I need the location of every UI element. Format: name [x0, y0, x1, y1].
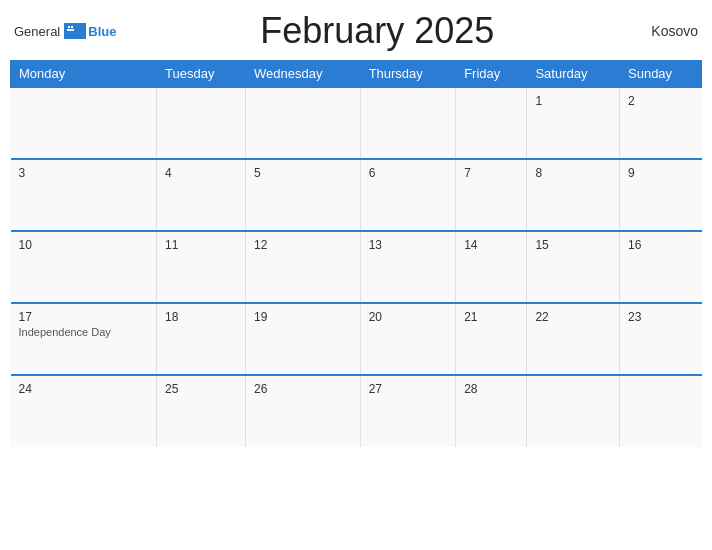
day-cell: 24: [11, 375, 157, 447]
day-cell: 3: [11, 159, 157, 231]
day-number: 1: [535, 94, 611, 108]
day-number: 3: [19, 166, 149, 180]
day-number: 2: [628, 94, 694, 108]
day-cell: [11, 87, 157, 159]
logo-flag-icon: [64, 23, 86, 39]
day-cell: 18: [157, 303, 246, 375]
country-label: Kosovo: [638, 23, 698, 39]
day-cell: 1: [527, 87, 620, 159]
weekday-header-wednesday: Wednesday: [246, 61, 361, 88]
day-cell: 14: [456, 231, 527, 303]
day-cell: [246, 87, 361, 159]
day-number: 27: [369, 382, 448, 396]
day-number: 24: [19, 382, 149, 396]
week-row-2: 3456789: [11, 159, 702, 231]
calendar-title: February 2025: [116, 10, 638, 52]
day-number: 12: [254, 238, 352, 252]
calendar-header: General Blue February 2025 Kosovo: [10, 10, 702, 52]
day-cell: 10: [11, 231, 157, 303]
weekday-header-tuesday: Tuesday: [157, 61, 246, 88]
day-number: 28: [464, 382, 518, 396]
day-cell: 8: [527, 159, 620, 231]
day-cell: [620, 375, 702, 447]
day-cell: 9: [620, 159, 702, 231]
week-row-1: 12: [11, 87, 702, 159]
week-row-4: 17Independence Day181920212223: [11, 303, 702, 375]
day-number: 11: [165, 238, 237, 252]
weekday-header-sunday: Sunday: [620, 61, 702, 88]
day-cell: 17Independence Day: [11, 303, 157, 375]
day-number: 17: [19, 310, 149, 324]
day-number: 21: [464, 310, 518, 324]
week-row-5: 2425262728: [11, 375, 702, 447]
day-cell: 7: [456, 159, 527, 231]
week-row-3: 10111213141516: [11, 231, 702, 303]
day-number: 9: [628, 166, 694, 180]
day-cell: 11: [157, 231, 246, 303]
day-cell: 27: [360, 375, 456, 447]
day-cell: 5: [246, 159, 361, 231]
day-cell: 16: [620, 231, 702, 303]
day-number: 14: [464, 238, 518, 252]
calendar-grid: MondayTuesdayWednesdayThursdayFridaySatu…: [10, 60, 702, 447]
day-number: 23: [628, 310, 694, 324]
weekday-header-saturday: Saturday: [527, 61, 620, 88]
day-number: 19: [254, 310, 352, 324]
day-cell: [360, 87, 456, 159]
day-cell: 13: [360, 231, 456, 303]
svg-marker-3: [67, 29, 74, 31]
day-cell: 15: [527, 231, 620, 303]
logo-general-text: General: [14, 24, 60, 39]
day-event: Independence Day: [19, 326, 149, 338]
day-cell: 6: [360, 159, 456, 231]
weekday-header-friday: Friday: [456, 61, 527, 88]
day-cell: [456, 87, 527, 159]
day-number: 5: [254, 166, 352, 180]
logo: General Blue: [14, 23, 116, 39]
svg-marker-2: [71, 26, 73, 28]
day-cell: 12: [246, 231, 361, 303]
day-cell: 20: [360, 303, 456, 375]
calendar-container: General Blue February 2025 Kosovo Monday…: [0, 0, 712, 550]
day-number: 7: [464, 166, 518, 180]
day-number: 10: [19, 238, 149, 252]
day-cell: 25: [157, 375, 246, 447]
day-number: 20: [369, 310, 448, 324]
day-cell: 23: [620, 303, 702, 375]
weekday-header-row: MondayTuesdayWednesdayThursdayFridaySatu…: [11, 61, 702, 88]
day-number: 16: [628, 238, 694, 252]
day-cell: [157, 87, 246, 159]
day-cell: 4: [157, 159, 246, 231]
svg-marker-1: [68, 26, 70, 28]
day-cell: 26: [246, 375, 361, 447]
day-cell: 19: [246, 303, 361, 375]
day-cell: 28: [456, 375, 527, 447]
day-cell: 22: [527, 303, 620, 375]
day-cell: 2: [620, 87, 702, 159]
day-number: 15: [535, 238, 611, 252]
day-number: 8: [535, 166, 611, 180]
logo-blue-text: Blue: [88, 24, 116, 39]
weekday-header-monday: Monday: [11, 61, 157, 88]
day-number: 6: [369, 166, 448, 180]
day-number: 4: [165, 166, 237, 180]
day-number: 22: [535, 310, 611, 324]
day-number: 13: [369, 238, 448, 252]
day-number: 26: [254, 382, 352, 396]
day-number: 25: [165, 382, 237, 396]
day-cell: 21: [456, 303, 527, 375]
day-number: 18: [165, 310, 237, 324]
day-cell: [527, 375, 620, 447]
weekday-header-thursday: Thursday: [360, 61, 456, 88]
